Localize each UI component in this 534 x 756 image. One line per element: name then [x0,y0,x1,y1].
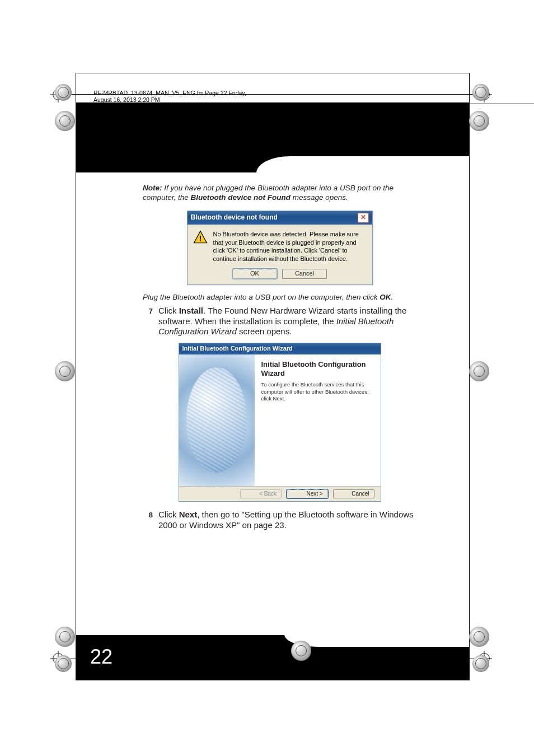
dialog2-titlebar: Initial Bluetooth Configuration Wizard [179,343,381,354]
ok-button[interactable]: OK [232,269,277,279]
wizard-heading: Initial Bluetooth Configuration Wizard [261,360,374,379]
warning-icon: ! [193,230,208,245]
wizard-cancel-button[interactable]: Cancel [333,489,374,499]
page-number: 22 [90,645,113,669]
next-button[interactable]: Next > [287,489,328,499]
wizard-body-text: To configure the Bluetooth services that… [261,381,374,402]
note-label: Note: [143,184,162,192]
initial-bluetooth-wizard-dialog: Initial Bluetooth Configuration Wizard I… [179,343,381,502]
close-icon[interactable]: ✕ [358,213,369,223]
registration-medallion-icon [472,655,489,672]
dialog1-message: No Bluetooth device was detected. Please… [213,230,367,263]
registration-medallion-icon [55,84,72,101]
step-8: 8 Click Next, then go to "Setting up the… [143,510,416,531]
step-number-7: 7 [143,306,153,337]
header-band [76,102,469,172]
dialog1-title: Bluetooth device not found [191,213,278,222]
plug-instruction: Plug the Bluetooth adapter into a USB po… [143,293,416,302]
footer-band: 22 [76,635,469,680]
registration-medallion-icon [472,84,489,101]
bluetooth-not-found-dialog: Bluetooth device not found ✕ ! No Blueto… [187,211,373,285]
back-button: < Back [240,489,282,499]
registration-medallion-icon [469,361,489,381]
svg-text:!: ! [199,234,202,242]
registration-medallion-icon [55,627,75,647]
step-7-text: Click Install. The Found New Hardware Wi… [158,306,416,337]
registration-medallion-icon [469,111,489,131]
step-8-text: Click Next, then go to "Setting up the B… [158,510,416,531]
wizard-globe-image [179,354,255,486]
registration-medallion-icon [55,361,75,381]
registration-medallion-icon [469,627,489,647]
note-paragraph: Note: If you have not plugged the Blueto… [143,184,416,203]
dialog1-titlebar: Bluetooth device not found ✕ [188,211,372,225]
registration-medallion-icon [55,655,72,672]
cancel-button[interactable]: Cancel [282,269,327,279]
step-7: 7 Click Install. The Found New Hardware … [143,306,416,337]
step-number-8: 8 [143,510,153,531]
registration-medallion-icon [55,111,75,131]
registration-medallion-icon [291,641,311,661]
